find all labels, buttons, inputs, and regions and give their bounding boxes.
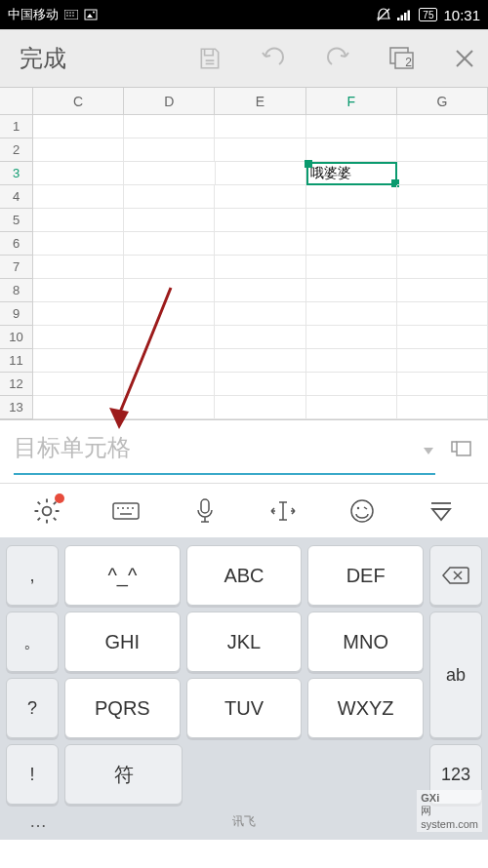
col-header[interactable]: G	[397, 88, 488, 115]
cell[interactable]	[397, 256, 488, 279]
cell[interactable]	[215, 396, 305, 419]
cell[interactable]	[124, 232, 215, 256]
row-header[interactable]: 12	[0, 373, 33, 396]
cell[interactable]	[306, 326, 397, 349]
cell[interactable]	[124, 115, 215, 138]
cell[interactable]	[215, 349, 305, 373]
emoji-icon[interactable]	[343, 492, 382, 531]
key-mno[interactable]: MNO	[307, 612, 424, 672]
key-pqrs[interactable]: PQRS	[64, 678, 181, 738]
cell[interactable]	[215, 209, 305, 232]
cell[interactable]	[33, 326, 124, 349]
cell[interactable]	[215, 185, 305, 209]
keyboard-icon[interactable]	[106, 492, 145, 531]
cell[interactable]	[33, 396, 124, 419]
key-symbol[interactable]: 符	[64, 744, 183, 805]
cell[interactable]	[124, 162, 215, 185]
cursor-icon[interactable]	[264, 492, 303, 531]
cell[interactable]	[397, 302, 488, 326]
key-question[interactable]: ?	[6, 678, 59, 738]
cell[interactable]	[306, 115, 397, 138]
row-header[interactable]: 10	[0, 326, 33, 349]
key-period[interactable]: 。	[6, 612, 59, 672]
cell[interactable]	[33, 232, 124, 256]
cell[interactable]	[124, 396, 215, 419]
key-tuv[interactable]: TUV	[186, 678, 303, 738]
target-cell-input[interactable]: 目标单元格	[14, 428, 435, 475]
cell[interactable]	[397, 373, 488, 396]
cell[interactable]	[215, 232, 305, 256]
redo-icon[interactable]	[324, 47, 351, 70]
cell[interactable]	[33, 349, 124, 373]
cell[interactable]	[216, 162, 306, 185]
close-icon[interactable]	[453, 47, 476, 70]
save-icon[interactable]	[197, 46, 223, 71]
cell[interactable]	[33, 373, 124, 396]
row-header[interactable]: 9	[0, 302, 33, 326]
key-ghi[interactable]: GHI	[64, 612, 181, 672]
dropdown-icon[interactable]	[422, 434, 435, 461]
corner-cell[interactable]	[0, 88, 33, 115]
cell[interactable]	[306, 232, 397, 256]
key-face[interactable]: ^_^	[64, 545, 181, 606]
cell[interactable]	[397, 115, 488, 138]
cell[interactable]	[124, 373, 215, 396]
col-header[interactable]: D	[124, 88, 215, 115]
cell[interactable]	[397, 209, 488, 232]
cell[interactable]	[33, 138, 124, 162]
cell[interactable]	[397, 326, 488, 349]
cell[interactable]	[215, 302, 305, 326]
cell[interactable]	[306, 185, 397, 209]
cell[interactable]	[33, 279, 124, 302]
cell[interactable]	[397, 279, 488, 302]
key-ab[interactable]: ab	[429, 612, 482, 738]
cell[interactable]	[33, 185, 124, 209]
cell[interactable]	[306, 256, 397, 279]
row-header[interactable]: 4	[0, 185, 33, 209]
cell[interactable]	[33, 256, 124, 279]
cell[interactable]	[124, 279, 215, 302]
row-header[interactable]: 7	[0, 256, 33, 279]
key-def[interactable]: DEF	[307, 545, 424, 606]
row-header[interactable]: 8	[0, 279, 33, 302]
cell[interactable]	[33, 162, 124, 185]
cell[interactable]	[397, 349, 488, 373]
row-header[interactable]: 5	[0, 209, 33, 232]
row-header[interactable]: 13	[0, 396, 33, 419]
cell[interactable]	[397, 396, 488, 419]
cell[interactable]	[124, 349, 215, 373]
key-ellipsis[interactable]: …	[12, 811, 64, 832]
cell[interactable]	[215, 373, 305, 396]
cell[interactable]	[397, 232, 488, 256]
undo-icon[interactable]	[260, 47, 287, 70]
cell[interactable]	[215, 256, 305, 279]
row-header[interactable]: 6	[0, 232, 33, 256]
cell[interactable]	[124, 326, 215, 349]
cell[interactable]	[33, 302, 124, 326]
selection-handle[interactable]	[305, 160, 312, 168]
cell[interactable]	[215, 279, 305, 302]
cell[interactable]	[124, 185, 215, 209]
cell[interactable]	[306, 279, 397, 302]
cell[interactable]	[306, 373, 397, 396]
cell[interactable]	[397, 162, 488, 185]
col-header-selected[interactable]: F	[306, 88, 397, 115]
key-123[interactable]: 123	[429, 744, 482, 805]
cell[interactable]	[33, 209, 124, 232]
collapse-icon[interactable]	[422, 492, 461, 531]
tabs-icon[interactable]: 2	[388, 46, 416, 71]
row-header[interactable]: 1	[0, 115, 33, 138]
cell[interactable]	[215, 326, 305, 349]
reference-icon[interactable]	[447, 438, 474, 465]
cell[interactable]	[33, 115, 124, 138]
cell[interactable]	[397, 138, 488, 162]
row-header-selected[interactable]: 3	[0, 162, 33, 185]
cell[interactable]	[124, 138, 215, 162]
spreadsheet[interactable]: C D E F G 1 2 3哦婆婆 4 5 6 7 8 9 10 11 12 …	[0, 88, 488, 420]
cell[interactable]	[306, 349, 397, 373]
key-abc[interactable]: ABC	[186, 545, 303, 606]
key-wxyz[interactable]: WXYZ	[307, 678, 424, 738]
row-header[interactable]: 2	[0, 138, 33, 162]
key-backspace[interactable]	[429, 545, 482, 606]
cell[interactable]	[124, 209, 215, 232]
